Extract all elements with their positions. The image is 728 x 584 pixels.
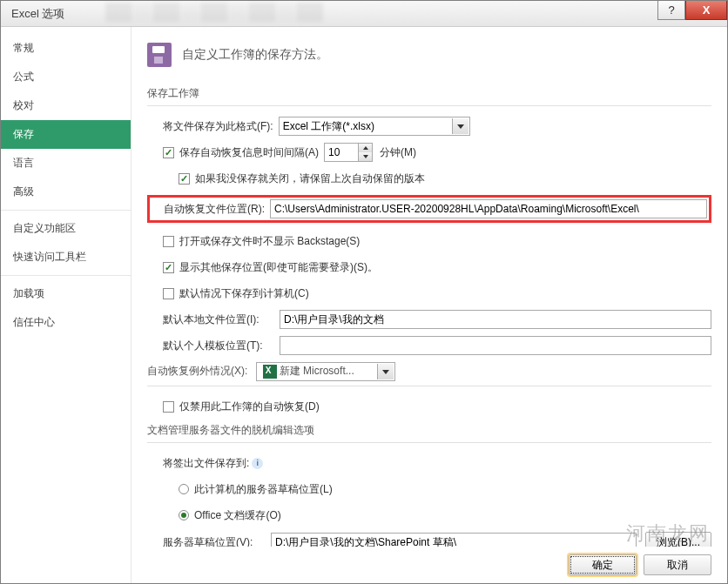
- office-cache-radio[interactable]: [179, 510, 189, 520]
- recover-path-label: 自动恢复文件位置(R):: [152, 202, 265, 217]
- nav-item-customize-ribbon[interactable]: 自定义功能区: [1, 214, 131, 243]
- page-heading: 自定义工作簿的保存方法。: [182, 47, 328, 63]
- ok-button[interactable]: 确定: [569, 554, 637, 575]
- server-drafts-label: 此计算机的服务器草稿位置(L): [194, 482, 333, 497]
- recover-path-input[interactable]: [270, 199, 707, 218]
- nav-item-save[interactable]: 保存: [1, 120, 131, 149]
- options-dialog: Excel 选项 ? X 常规 公式 校对 保存 语言 高级 自定义功能区 快速…: [0, 0, 728, 584]
- nav-item-language[interactable]: 语言: [1, 149, 131, 178]
- exceptions-workbook-select[interactable]: [256, 362, 395, 381]
- save-to-pc-checkbox[interactable]: [163, 288, 174, 299]
- checkout-label: 将签出文件保存到:: [163, 456, 249, 471]
- keep-last-label: 如果我没保存就关闭，请保留上次自动保留的版本: [195, 171, 425, 186]
- local-path-label: 默认本地文件位置(I):: [163, 312, 274, 327]
- save-icon: [147, 43, 172, 67]
- template-path-input[interactable]: [280, 336, 711, 355]
- spinner-buttons[interactable]: [358, 144, 372, 161]
- format-select[interactable]: Excel 工作簿(*.xlsx): [279, 117, 470, 136]
- highlighted-box: 自动恢复文件位置(R):: [147, 195, 711, 223]
- disable-autorecover-label: 仅禁用此工作簿的自动恢复(D): [179, 399, 320, 414]
- no-backstage-label: 打开或保存文件时不显示 Backstage(S): [179, 234, 360, 249]
- window-title: Excel 选项: [11, 6, 64, 22]
- dialog-footer: 确定 取消: [131, 547, 727, 583]
- disable-autorecover-checkbox[interactable]: [163, 401, 174, 413]
- nav-item-trust-center[interactable]: 信任中心: [1, 308, 131, 337]
- close-button[interactable]: X: [685, 1, 727, 20]
- section-offline: 文档管理服务器文件的脱机编辑选项: [147, 423, 711, 443]
- autorecover-label: 保存自动恢复信息时间间隔(A): [179, 145, 319, 160]
- format-label: 将文件保存为此格式(F):: [163, 119, 273, 134]
- format-dropdown[interactable]: Excel 工作簿(*.xlsx): [279, 117, 470, 136]
- template-path-label: 默认个人模板位置(T):: [163, 339, 274, 353]
- info-icon[interactable]: i: [252, 458, 263, 469]
- cancel-button[interactable]: 取消: [644, 554, 711, 575]
- autorecover-checkbox[interactable]: [163, 147, 174, 158]
- local-path-input[interactable]: [280, 310, 711, 329]
- titlebar: Excel 选项 ? X: [1, 1, 727, 27]
- nav-item-advanced[interactable]: 高级: [1, 178, 131, 206]
- help-button[interactable]: ?: [657, 1, 685, 20]
- keep-last-checkbox[interactable]: [179, 173, 190, 185]
- server-drafts-radio[interactable]: [179, 484, 189, 494]
- nav-separator: [1, 210, 131, 211]
- nav-item-general[interactable]: 常规: [1, 34, 131, 63]
- nav-item-proofing[interactable]: 校对: [1, 91, 131, 120]
- nav-separator: [1, 275, 131, 276]
- content-pane: 自定义工作簿的保存方法。 保存工作簿 将文件保存为此格式(F): Excel 工…: [131, 27, 727, 583]
- no-backstage-checkbox[interactable]: [163, 236, 174, 247]
- titlebar-smudge: [105, 3, 323, 22]
- nav-item-addins[interactable]: 加载项: [1, 279, 131, 308]
- section-exceptions: 自动恢复例外情况(X): 新建 Microsoft...: [147, 362, 711, 386]
- show-other-checkbox[interactable]: [163, 262, 174, 273]
- exceptions-workbook-dropdown[interactable]: [256, 362, 395, 381]
- nav-item-quick-access[interactable]: 快速访问工具栏: [1, 243, 131, 272]
- office-cache-label: Office 文档缓存(O): [194, 508, 281, 523]
- show-other-label: 显示其他保存位置(即使可能需要登录)(S)。: [179, 260, 378, 275]
- nav-item-formulas[interactable]: 公式: [1, 63, 131, 91]
- minutes-label: 分钟(M): [380, 145, 416, 160]
- section-save-workbook: 保存工作簿: [147, 86, 711, 106]
- nav-sidebar: 常规 公式 校对 保存 语言 高级 自定义功能区 快速访问工具栏 加载项 信任中…: [1, 27, 131, 583]
- save-to-pc-label: 默认情况下保存到计算机(C): [179, 286, 309, 301]
